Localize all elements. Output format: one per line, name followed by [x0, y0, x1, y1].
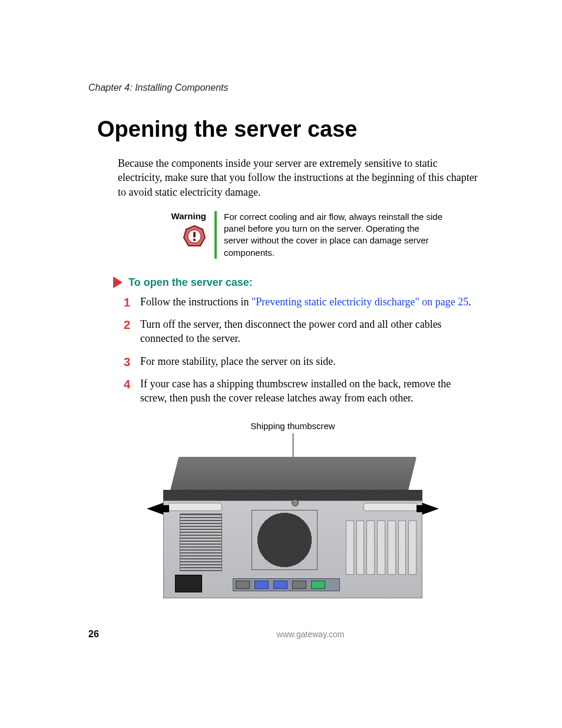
footer-site: www.gateway.com: [124, 630, 497, 639]
step-3: For more stability, place the server on …: [124, 354, 480, 377]
server-chassis-illustration: [163, 457, 422, 598]
warning-left-col: Warning: [141, 211, 214, 251]
page-number: 26: [88, 629, 124, 640]
step-1: Follow the instructions in "Preventing s…: [124, 295, 480, 317]
procedure-steps: Follow the instructions in "Preventing s…: [124, 295, 480, 414]
fan-grille: [252, 510, 318, 570]
step-4-text: If your case has a shipping thumbscrew i…: [140, 378, 451, 404]
svg-rect-2: [193, 232, 196, 238]
svg-point-3: [193, 239, 196, 241]
step-4: If your case has a shipping thumbscrew i…: [124, 377, 480, 414]
shipping-thumbscrew: [292, 499, 299, 506]
warning-label: Warning: [141, 211, 206, 221]
figure-caption: Shipping thumbscrew: [88, 421, 497, 431]
release-latch-right: [363, 503, 418, 511]
step-1-pre: Follow the instructions in: [140, 296, 252, 308]
arrow-right-icon: [422, 503, 439, 515]
step-3-text: For more stability, place the server on …: [140, 355, 336, 367]
warning-icon: [183, 225, 206, 251]
server-figure: [140, 433, 446, 610]
power-inlet: [175, 575, 202, 592]
warning-text: For correct cooling and air flow, always…: [224, 211, 480, 259]
manual-page: Chapter 4: Installing Components Opening…: [0, 0, 562, 728]
vent-grille: [180, 513, 222, 571]
intro-paragraph: Because the components inside your serve…: [118, 156, 480, 199]
warning-block: Warning For correct cooling and air flow…: [141, 211, 480, 259]
step-1-post: .: [468, 296, 471, 308]
top-edge: [163, 490, 422, 500]
step-2-text: Turn off the server, then disconnect the…: [140, 318, 442, 344]
page-title: Opening the server case: [97, 117, 497, 142]
procedure-title: To open the server case:: [128, 276, 253, 289]
procedure-arrow-icon: [113, 276, 123, 288]
io-panel: [233, 578, 340, 591]
chapter-header: Chapter 4: Installing Components: [88, 83, 497, 93]
warning-divider: [214, 211, 217, 259]
release-latch-left: [168, 503, 222, 511]
step-1-link[interactable]: "Preventing static electricity discharge…: [252, 296, 468, 308]
page-footer: 26 www.gateway.com: [88, 629, 497, 640]
expansion-slots: [346, 521, 416, 575]
step-2: Turn off the server, then disconnect the…: [124, 317, 480, 354]
procedure-header: To open the server case:: [113, 276, 497, 289]
arrow-left-icon: [147, 503, 163, 515]
